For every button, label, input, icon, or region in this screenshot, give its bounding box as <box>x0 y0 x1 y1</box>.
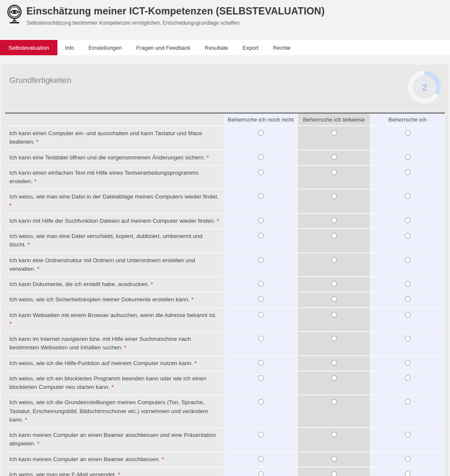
radio-option[interactable] <box>371 332 444 355</box>
radio-option[interactable] <box>225 332 297 355</box>
radio-option[interactable] <box>371 229 444 252</box>
tab-rechte[interactable]: Rechte <box>266 40 298 55</box>
radio-icon[interactable] <box>331 218 337 223</box>
radio-option[interactable] <box>225 395 297 427</box>
radio-icon[interactable] <box>258 312 264 317</box>
radio-option[interactable] <box>298 229 370 252</box>
radio-icon[interactable] <box>258 296 264 302</box>
radio-icon[interactable] <box>405 281 410 286</box>
radio-icon[interactable] <box>258 360 264 366</box>
tab-fragen-und-feedback[interactable]: Fragen und Feedback <box>129 40 197 55</box>
radio-icon[interactable] <box>331 336 337 341</box>
radio-icon[interactable] <box>331 399 337 405</box>
radio-icon[interactable] <box>258 281 264 286</box>
radio-icon[interactable] <box>331 360 337 366</box>
radio-icon[interactable] <box>405 360 410 366</box>
radio-icon[interactable] <box>405 154 410 160</box>
radio-icon[interactable] <box>331 456 337 462</box>
radio-option[interactable] <box>225 126 297 150</box>
radio-option[interactable] <box>298 277 370 292</box>
radio-icon[interactable] <box>331 296 337 302</box>
radio-icon[interactable] <box>405 312 410 317</box>
radio-icon[interactable] <box>331 471 337 476</box>
radio-icon[interactable] <box>405 170 410 175</box>
radio-icon[interactable] <box>405 399 410 405</box>
radio-option[interactable] <box>298 190 370 213</box>
radio-icon[interactable] <box>331 170 337 175</box>
radio-option[interactable] <box>225 150 297 165</box>
radio-option[interactable] <box>371 356 444 371</box>
radio-option[interactable] <box>225 229 297 252</box>
tab-einstellungen[interactable]: Einstellungen <box>81 40 129 55</box>
radio-icon[interactable] <box>405 456 410 462</box>
radio-icon[interactable] <box>331 257 337 263</box>
radio-icon[interactable] <box>331 312 337 317</box>
radio-option[interactable] <box>298 166 370 189</box>
radio-icon[interactable] <box>405 193 410 199</box>
radio-icon[interactable] <box>405 257 410 263</box>
radio-icon[interactable] <box>258 375 264 381</box>
radio-option[interactable] <box>371 126 444 150</box>
radio-option[interactable] <box>298 126 370 150</box>
radio-icon[interactable] <box>258 170 264 175</box>
radio-option[interactable] <box>298 308 370 332</box>
radio-option[interactable] <box>225 308 297 332</box>
radio-icon[interactable] <box>258 432 264 437</box>
radio-option[interactable] <box>225 428 297 451</box>
tab-export[interactable]: Export <box>235 40 266 55</box>
radio-icon[interactable] <box>405 296 410 302</box>
radio-option[interactable] <box>298 452 370 467</box>
radio-option[interactable] <box>371 452 444 467</box>
radio-option[interactable] <box>371 292 444 307</box>
radio-icon[interactable] <box>258 233 264 238</box>
radio-option[interactable] <box>371 428 444 451</box>
radio-option[interactable] <box>298 468 370 476</box>
radio-option[interactable] <box>225 277 297 292</box>
radio-icon[interactable] <box>331 375 337 381</box>
radio-option[interactable] <box>225 214 297 228</box>
radio-option[interactable] <box>371 371 444 395</box>
tab-resultate[interactable]: Resultate <box>197 40 235 55</box>
radio-icon[interactable] <box>331 233 337 238</box>
radio-option[interactable] <box>371 166 444 189</box>
radio-icon[interactable] <box>258 456 264 462</box>
radio-icon[interactable] <box>331 154 337 160</box>
radio-icon[interactable] <box>258 130 264 136</box>
radio-option[interactable] <box>298 150 370 165</box>
radio-option[interactable] <box>225 292 297 307</box>
radio-option[interactable] <box>225 190 297 213</box>
tab-selbstevaluation[interactable]: Selbstevaluation <box>0 40 57 55</box>
radio-option[interactable] <box>225 253 297 277</box>
radio-icon[interactable] <box>258 399 264 405</box>
radio-option[interactable] <box>298 395 370 427</box>
radio-icon[interactable] <box>405 432 410 437</box>
radio-icon[interactable] <box>405 471 410 476</box>
radio-option[interactable] <box>225 356 297 371</box>
radio-option[interactable] <box>298 428 370 451</box>
radio-option[interactable] <box>371 214 444 228</box>
radio-icon[interactable] <box>405 233 410 238</box>
radio-icon[interactable] <box>258 193 264 199</box>
radio-option[interactable] <box>371 253 444 277</box>
radio-option[interactable] <box>298 356 370 371</box>
tab-info[interactable]: Info <box>57 40 81 55</box>
radio-icon[interactable] <box>405 218 410 223</box>
radio-icon[interactable] <box>331 193 337 199</box>
radio-icon[interactable] <box>258 154 264 160</box>
radio-icon[interactable] <box>258 257 264 263</box>
radio-icon[interactable] <box>331 130 337 136</box>
radio-icon[interactable] <box>258 471 264 476</box>
radio-option[interactable] <box>371 395 444 427</box>
radio-option[interactable] <box>225 452 297 467</box>
radio-option[interactable] <box>225 468 297 476</box>
radio-option[interactable] <box>225 371 297 395</box>
radio-icon[interactable] <box>258 218 264 223</box>
radio-option[interactable] <box>371 190 444 213</box>
radio-icon[interactable] <box>258 336 264 341</box>
radio-icon[interactable] <box>331 281 337 286</box>
radio-option[interactable] <box>298 214 370 228</box>
radio-option[interactable] <box>371 308 444 332</box>
radio-option[interactable] <box>371 468 444 476</box>
radio-option[interactable] <box>298 371 370 395</box>
radio-option[interactable] <box>298 292 370 307</box>
